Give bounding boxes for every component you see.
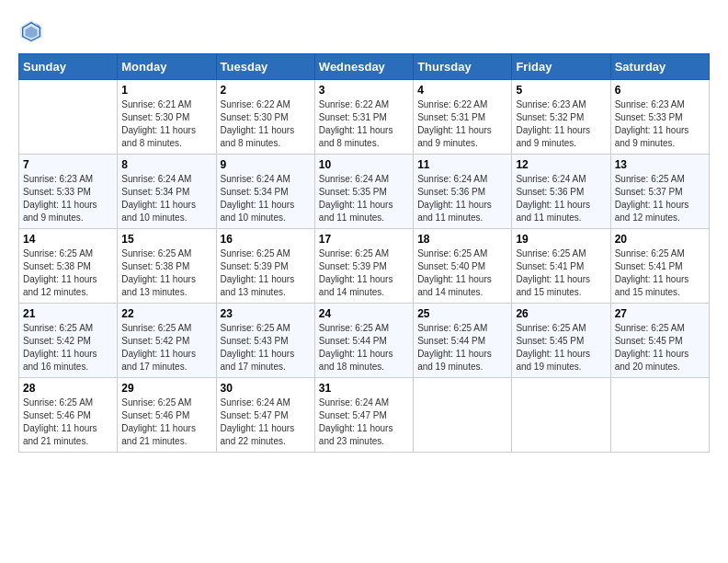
day-number: 15 [121, 233, 211, 246]
daylight: Daylight: 11 hours and 17 minutes. [221, 348, 311, 373]
calendar-cell: 19 Sunrise: 6:25 AM Sunset: 5:41 PM Dayl… [512, 229, 610, 304]
sunset: Sunset: 5:45 PM [516, 335, 606, 348]
sunset: Sunset: 5:46 PM [121, 409, 211, 422]
calendar-cell: 21 Sunrise: 6:25 AM Sunset: 5:42 PM Dayl… [19, 304, 118, 378]
sunset: Sunset: 5:40 PM [417, 260, 507, 273]
day-info: Sunrise: 6:25 AM Sunset: 5:45 PM Dayligh… [615, 322, 705, 373]
calendar-cell: 2 Sunrise: 6:22 AM Sunset: 5:30 PM Dayli… [216, 80, 314, 155]
daylight: Daylight: 11 hours and 19 minutes. [516, 348, 606, 373]
calendar-cell: 15 Sunrise: 6:25 AM Sunset: 5:38 PM Dayl… [118, 229, 216, 304]
sunrise: Sunrise: 6:23 AM [23, 173, 113, 186]
sunset: Sunset: 5:47 PM [319, 409, 409, 422]
daylight: Daylight: 11 hours and 21 minutes. [121, 422, 211, 448]
daylight: Daylight: 11 hours and 16 minutes. [23, 348, 113, 373]
sunrise: Sunrise: 6:25 AM [121, 322, 211, 335]
calendar-body: 1 Sunrise: 6:21 AM Sunset: 5:30 PM Dayli… [19, 80, 710, 453]
day-number: 11 [417, 158, 507, 171]
day-info: Sunrise: 6:25 AM Sunset: 5:42 PM Dayligh… [121, 322, 211, 373]
logo-icon [18, 18, 44, 44]
sunrise: Sunrise: 6:24 AM [417, 173, 507, 186]
day-number: 6 [615, 84, 705, 97]
sunset: Sunset: 5:39 PM [319, 260, 409, 273]
sunset: Sunset: 5:39 PM [221, 260, 311, 273]
day-info: Sunrise: 6:22 AM Sunset: 5:31 PM Dayligh… [417, 98, 507, 150]
day-number: 21 [23, 307, 113, 320]
sunrise: Sunrise: 6:25 AM [417, 247, 507, 260]
daylight: Daylight: 11 hours and 17 minutes. [121, 348, 211, 373]
calendar-cell: 18 Sunrise: 6:25 AM Sunset: 5:40 PM Dayl… [414, 229, 512, 304]
calendar-cell: 5 Sunrise: 6:23 AM Sunset: 5:32 PM Dayli… [512, 80, 610, 155]
sunset: Sunset: 5:31 PM [417, 111, 507, 124]
calendar-cell: 17 Sunrise: 6:25 AM Sunset: 5:39 PM Dayl… [314, 229, 413, 304]
calendar-cell [414, 378, 512, 453]
sunset: Sunset: 5:41 PM [516, 260, 606, 273]
sunrise: Sunrise: 6:25 AM [121, 396, 211, 409]
calendar-cell: 11 Sunrise: 6:24 AM Sunset: 5:36 PM Dayl… [414, 155, 512, 229]
sunrise: Sunrise: 6:25 AM [23, 322, 113, 335]
sunrise: Sunrise: 6:24 AM [221, 396, 311, 409]
day-info: Sunrise: 6:23 AM Sunset: 5:33 PM Dayligh… [23, 173, 113, 224]
sunset: Sunset: 5:45 PM [615, 335, 705, 348]
weekday-header: Saturday [610, 54, 709, 80]
calendar-week-row: 7 Sunrise: 6:23 AM Sunset: 5:33 PM Dayli… [19, 155, 710, 229]
sunrise: Sunrise: 6:25 AM [221, 247, 311, 260]
day-info: Sunrise: 6:22 AM Sunset: 5:30 PM Dayligh… [221, 98, 311, 150]
day-info: Sunrise: 6:25 AM Sunset: 5:41 PM Dayligh… [615, 247, 705, 299]
daylight: Daylight: 11 hours and 11 minutes. [516, 199, 606, 224]
sunrise: Sunrise: 6:25 AM [615, 322, 705, 335]
day-number: 31 [319, 382, 409, 395]
daylight: Daylight: 11 hours and 15 minutes. [615, 273, 705, 299]
sunrise: Sunrise: 6:25 AM [23, 247, 113, 260]
day-info: Sunrise: 6:23 AM Sunset: 5:32 PM Dayligh… [516, 98, 606, 150]
day-number: 13 [615, 158, 705, 171]
calendar-cell: 8 Sunrise: 6:24 AM Sunset: 5:34 PM Dayli… [118, 155, 216, 229]
calendar-cell: 26 Sunrise: 6:25 AM Sunset: 5:45 PM Dayl… [512, 304, 610, 378]
day-number: 9 [221, 158, 311, 171]
sunrise: Sunrise: 6:25 AM [319, 247, 409, 260]
sunrise: Sunrise: 6:25 AM [516, 247, 606, 260]
sunrise: Sunrise: 6:25 AM [417, 322, 507, 335]
day-info: Sunrise: 6:25 AM Sunset: 5:43 PM Dayligh… [221, 322, 311, 373]
calendar-cell: 4 Sunrise: 6:22 AM Sunset: 5:31 PM Dayli… [414, 80, 512, 155]
calendar-cell [19, 80, 118, 155]
calendar-cell: 31 Sunrise: 6:24 AM Sunset: 5:47 PM Dayl… [314, 378, 413, 453]
day-info: Sunrise: 6:25 AM Sunset: 5:39 PM Dayligh… [221, 247, 311, 299]
day-number: 29 [121, 382, 211, 395]
day-number: 12 [516, 158, 606, 171]
day-info: Sunrise: 6:24 AM Sunset: 5:47 PM Dayligh… [319, 396, 409, 448]
sunset: Sunset: 5:36 PM [417, 186, 507, 199]
day-info: Sunrise: 6:25 AM Sunset: 5:46 PM Dayligh… [121, 396, 211, 448]
day-info: Sunrise: 6:24 AM Sunset: 5:35 PM Dayligh… [319, 173, 409, 224]
day-number: 26 [516, 307, 606, 320]
day-info: Sunrise: 6:25 AM Sunset: 5:44 PM Dayligh… [417, 322, 507, 373]
day-info: Sunrise: 6:25 AM Sunset: 5:37 PM Dayligh… [615, 173, 705, 224]
sunset: Sunset: 5:43 PM [221, 335, 311, 348]
daylight: Daylight: 11 hours and 9 minutes. [23, 199, 113, 224]
daylight: Daylight: 11 hours and 20 minutes. [615, 348, 705, 373]
sunset: Sunset: 5:38 PM [121, 260, 211, 273]
calendar-week-row: 1 Sunrise: 6:21 AM Sunset: 5:30 PM Dayli… [19, 80, 710, 155]
day-info: Sunrise: 6:25 AM Sunset: 5:38 PM Dayligh… [23, 247, 113, 299]
day-info: Sunrise: 6:24 AM Sunset: 5:34 PM Dayligh… [221, 173, 311, 224]
sunset: Sunset: 5:41 PM [615, 260, 705, 273]
sunrise: Sunrise: 6:25 AM [221, 322, 311, 335]
daylight: Daylight: 11 hours and 21 minutes. [23, 422, 113, 448]
day-number: 18 [417, 233, 507, 246]
calendar-cell: 16 Sunrise: 6:25 AM Sunset: 5:39 PM Dayl… [216, 229, 314, 304]
daylight: Daylight: 11 hours and 13 minutes. [221, 273, 311, 299]
calendar-table: SundayMondayTuesdayWednesdayThursdayFrid… [18, 53, 710, 453]
sunset: Sunset: 5:42 PM [23, 335, 113, 348]
day-number: 10 [319, 158, 409, 171]
sunset: Sunset: 5:30 PM [221, 111, 311, 124]
day-number: 16 [221, 233, 311, 246]
sunset: Sunset: 5:34 PM [121, 186, 211, 199]
sunset: Sunset: 5:42 PM [121, 335, 211, 348]
sunrise: Sunrise: 6:21 AM [121, 98, 211, 111]
day-number: 24 [319, 307, 409, 320]
day-number: 28 [23, 382, 113, 395]
daylight: Daylight: 11 hours and 15 minutes. [516, 273, 606, 299]
calendar-cell: 7 Sunrise: 6:23 AM Sunset: 5:33 PM Dayli… [19, 155, 118, 229]
day-info: Sunrise: 6:25 AM Sunset: 5:40 PM Dayligh… [417, 247, 507, 299]
day-number: 23 [221, 307, 311, 320]
calendar-cell: 27 Sunrise: 6:25 AM Sunset: 5:45 PM Dayl… [610, 304, 709, 378]
